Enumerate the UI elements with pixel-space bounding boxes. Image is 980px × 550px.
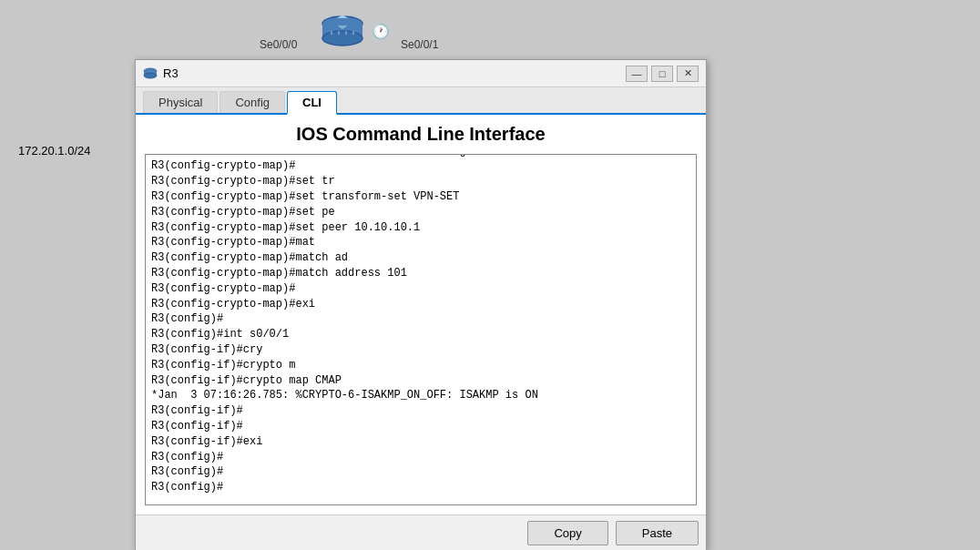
se-label-right: Se0/0/1 [401,38,438,51]
paste-button[interactable]: Paste [616,521,699,545]
tab-cli[interactable]: CLI [287,91,337,115]
main-content: IOS Command Line Interface R3(config)#cr… [136,115,706,514]
cli-heading: IOS Command Line Interface [145,124,697,145]
copy-button[interactable]: Copy [527,521,607,545]
tab-config[interactable]: Config [219,91,285,113]
terminal-wrapper: R3(config)#crypto map CMAP 10 ipsec-isak… [145,154,697,505]
button-bar: Copy Paste [136,514,706,550]
window-title-icon [143,66,158,81]
clock-icon: 🕐 [372,23,390,40]
router-window: R3 — □ ✕ Physical Config CLI IOS Command… [135,59,707,550]
tab-bar: Physical Config CLI [136,87,706,115]
title-bar: R3 — □ ✕ [136,60,706,87]
tab-physical[interactable]: Physical [143,91,218,113]
se-label-left: Se0/0/0 [260,38,297,51]
window-title: R3 [163,66,179,80]
router-icon [319,13,366,49]
terminal-textarea[interactable]: R3(config)#crypto map CMAP 10 ipsec-isak… [146,155,696,501]
svg-point-2 [322,31,362,46]
network-label-left: 172.20.1.0/24 [18,144,91,158]
maximize-button[interactable]: □ [651,66,673,82]
minimize-button[interactable]: — [626,66,648,82]
close-button[interactable]: ✕ [677,66,699,82]
svg-point-11 [144,73,157,78]
window-controls: — □ ✕ [626,66,699,82]
